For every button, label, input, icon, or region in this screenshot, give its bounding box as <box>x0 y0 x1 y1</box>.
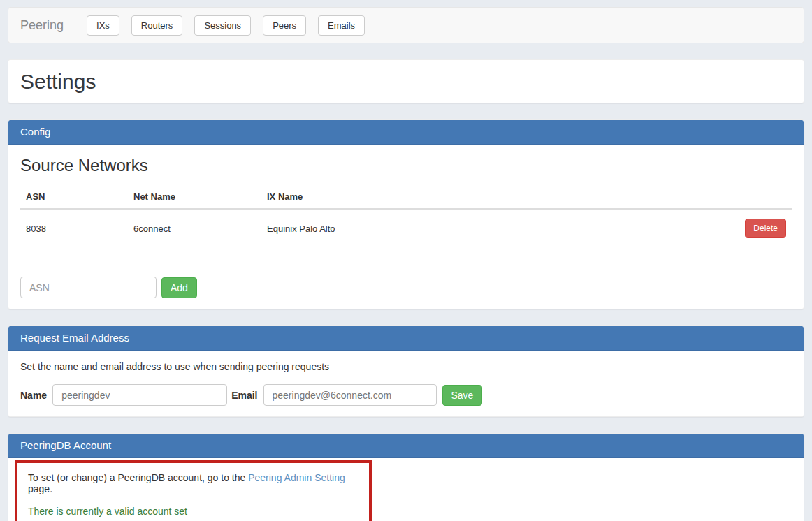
request-email-form: Name Email Save <box>20 384 792 406</box>
asn-input[interactable] <box>20 277 157 298</box>
name-field[interactable] <box>52 384 227 406</box>
peeringdb-panel: PeeringDB Account To set (or change) a P… <box>8 433 804 521</box>
top-navbar: Peering IXs Routers Sessions Peers Email… <box>8 7 804 43</box>
cell-actions: Delete <box>708 209 792 247</box>
column-header-actions <box>708 185 792 209</box>
page-container: Peering IXs Routers Sessions Peers Email… <box>0 0 812 521</box>
column-header-net-name: Net Name <box>128 185 261 209</box>
table-row: 8038 6connect Equinix Palo Alto Delete <box>20 209 792 247</box>
nav-button-ixs[interactable]: IXs <box>87 15 119 36</box>
cell-ix-name: Equinix Palo Alto <box>261 209 708 247</box>
source-networks-table: ASN Net Name IX Name 8038 6connect Equin… <box>20 185 792 247</box>
cell-asn: 8038 <box>20 209 128 247</box>
column-header-ix-name: IX Name <box>261 185 708 209</box>
config-panel-body: Source Networks ASN Net Name IX Name 803… <box>8 145 804 309</box>
table-header-row: ASN Net Name IX Name <box>20 185 792 209</box>
cell-net-name: 6connect <box>128 209 261 247</box>
app-brand: Peering <box>20 18 64 33</box>
save-button[interactable]: Save <box>442 385 483 406</box>
nav-button-sessions[interactable]: Sessions <box>194 15 251 36</box>
nav-button-emails[interactable]: Emails <box>318 15 365 36</box>
peeringdb-panel-heading: PeeringDB Account <box>8 434 804 458</box>
peering-admin-setting-link[interactable]: Peering Admin Setting <box>248 472 345 483</box>
nav-button-peers[interactable]: Peers <box>263 15 306 36</box>
account-status-text: There is currently a valid account set <box>28 506 362 517</box>
peeringdb-panel-body: To set (or change) a PeeringDB account, … <box>8 458 804 521</box>
request-email-description: Set the name and email address to use wh… <box>20 361 792 372</box>
peeringdb-info-text: To set (or change) a PeeringDB account, … <box>28 472 362 494</box>
config-panel-heading: Config <box>8 120 804 145</box>
settings-title-panel: Settings <box>8 59 804 103</box>
email-field[interactable] <box>263 384 437 406</box>
request-email-panel-heading: Request Email Address <box>8 326 804 351</box>
info-text-suffix: page. <box>28 483 52 494</box>
name-label: Name <box>20 390 47 401</box>
source-networks-title: Source Networks <box>20 156 792 175</box>
request-email-panel-body: Set the name and email address to use wh… <box>8 351 804 416</box>
page-title: Settings <box>20 71 792 92</box>
delete-button[interactable]: Delete <box>745 219 786 238</box>
config-panel: Config Source Networks ASN Net Name IX N… <box>8 119 804 309</box>
column-header-asn: ASN <box>20 185 128 209</box>
email-label: Email <box>231 390 257 401</box>
add-button[interactable]: Add <box>161 277 197 298</box>
red-highlight-box: To set (or change) a PeeringDB account, … <box>15 460 372 521</box>
info-text-prefix: To set (or change) a PeeringDB account, … <box>28 472 248 483</box>
nav-button-routers[interactable]: Routers <box>131 15 183 36</box>
request-email-panel: Request Email Address Set the name and e… <box>8 325 804 417</box>
add-asn-form: Add <box>20 277 792 298</box>
